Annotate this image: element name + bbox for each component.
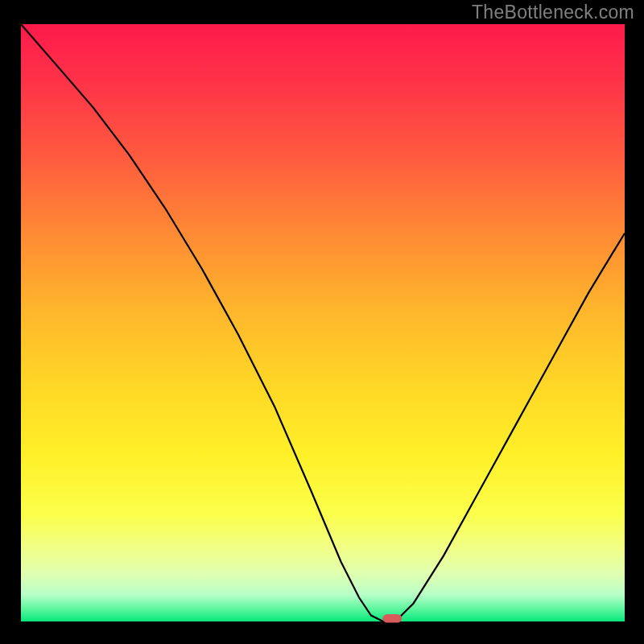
watermark-text: TheBottleneck.com [472, 2, 634, 23]
optimal-point-marker [382, 614, 402, 622]
chart-container: TheBottleneck.com [0, 0, 644, 644]
plot-background [21, 24, 625, 621]
bottleneck-chart [0, 0, 644, 644]
